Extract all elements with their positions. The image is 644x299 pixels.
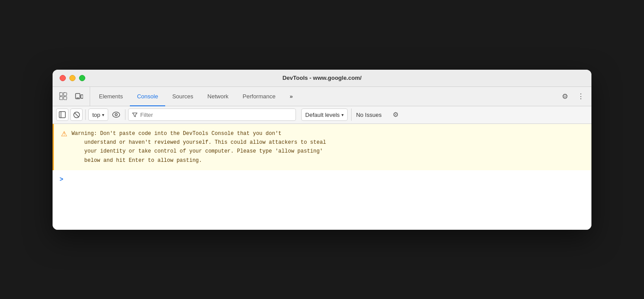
console-prompt[interactable]: > — [53, 170, 591, 188]
tab-network[interactable]: Network — [201, 87, 236, 106]
svg-rect-1 — [64, 93, 67, 96]
filter-input[interactable] — [140, 112, 292, 118]
close-button[interactable] — [60, 75, 66, 81]
window-title: DevTools - www.google.com/ — [282, 75, 361, 81]
clear-console-button[interactable] — [70, 108, 83, 121]
svg-rect-3 — [64, 97, 67, 100]
tab-sources[interactable]: Sources — [165, 87, 201, 106]
filter-icon — [132, 112, 137, 118]
tabs: Elements Console Sources Network Perform… — [92, 87, 558, 106]
svg-rect-0 — [60, 93, 63, 96]
console-input[interactable] — [66, 176, 584, 182]
tab-bar: Elements Console Sources Network Perform… — [53, 87, 591, 106]
settings-icon[interactable]: ⚙ — [558, 89, 572, 103]
traffic-lights — [60, 75, 85, 81]
default-levels-button[interactable]: Default levels ▾ — [301, 108, 348, 121]
svg-point-12 — [115, 114, 117, 116]
prompt-chevron: > — [60, 176, 63, 183]
no-issues-indicator: No Issues — [351, 108, 386, 121]
warning-text: Warning: Don't paste code into the DevTo… — [72, 129, 326, 165]
console-toolbar: top ▾ Default levels ▾ No Issues ⚙ — [53, 106, 591, 124]
svg-line-10 — [74, 112, 79, 117]
tab-performance[interactable]: Performance — [235, 87, 282, 106]
tab-bar-icons — [56, 87, 90, 106]
tab-console[interactable]: Console — [130, 87, 165, 106]
separator2 — [125, 109, 125, 120]
title-bar: DevTools - www.google.com/ — [53, 70, 591, 87]
devtools-window: DevTools - www.google.com/ — [53, 70, 591, 230]
warning-message: ⚠ Warning: Don't paste code into the Dev… — [53, 124, 591, 171]
svg-point-11 — [113, 112, 120, 117]
context-selector[interactable]: top ▾ — [88, 108, 108, 121]
console-settings-button[interactable]: ⚙ — [390, 108, 402, 121]
more-options-icon[interactable]: ⋮ — [574, 89, 588, 103]
device-toolbar-icon[interactable] — [72, 89, 86, 103]
warning-icon: ⚠ — [61, 130, 67, 138]
svg-rect-2 — [60, 97, 63, 100]
svg-rect-7 — [59, 112, 65, 118]
show-console-sidebar-button[interactable] — [56, 108, 68, 121]
maximize-button[interactable] — [79, 75, 85, 81]
svg-rect-5 — [81, 95, 83, 98]
separator — [85, 109, 86, 120]
live-expressions-button[interactable] — [110, 108, 122, 121]
console-content: ⚠ Warning: Don't paste code into the Dev… — [53, 124, 591, 230]
tab-more[interactable]: » — [283, 87, 300, 106]
tab-bar-right: ⚙ ⋮ — [558, 87, 588, 106]
filter-input-wrap[interactable] — [128, 108, 296, 121]
inspect-element-icon[interactable] — [56, 89, 70, 103]
minimize-button[interactable] — [69, 75, 76, 81]
tab-elements[interactable]: Elements — [92, 87, 130, 106]
